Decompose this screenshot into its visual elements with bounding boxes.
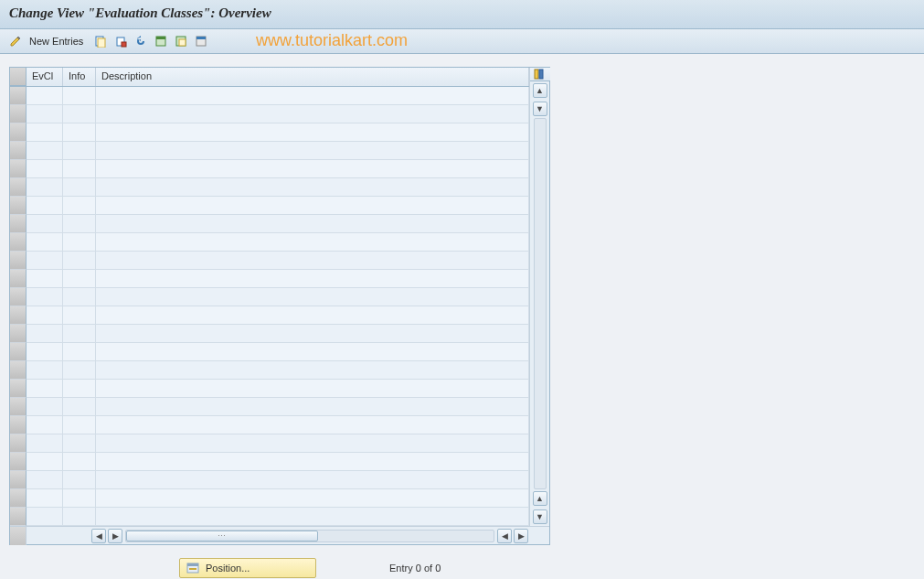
cell-evcl[interactable] [27, 123, 63, 142]
deselect-icon[interactable] [193, 33, 209, 49]
cell-evcl[interactable] [27, 380, 63, 398]
table-row[interactable] [10, 288, 529, 306]
cell-info[interactable] [63, 453, 96, 471]
row-selector[interactable] [10, 233, 27, 252]
cell-description[interactable] [96, 453, 529, 471]
scroll-down-small-button[interactable]: ▼ [533, 102, 547, 116]
cell-description[interactable] [96, 178, 529, 197]
cell-description[interactable] [96, 215, 529, 233]
table-row[interactable] [10, 361, 529, 380]
cell-evcl[interactable] [27, 270, 63, 288]
cell-info[interactable] [63, 142, 96, 160]
cell-evcl[interactable] [27, 361, 63, 380]
cell-info[interactable] [63, 233, 96, 252]
cell-description[interactable] [96, 123, 529, 142]
cell-evcl[interactable] [27, 306, 63, 325]
cell-description[interactable] [96, 489, 529, 508]
cell-info[interactable] [63, 306, 96, 325]
configure-columns-icon[interactable] [530, 68, 550, 81]
row-selector[interactable] [10, 489, 27, 508]
column-header-info[interactable]: Info [63, 68, 96, 86]
scroll-up-small-button[interactable]: ▲ [533, 491, 547, 506]
cell-info[interactable] [63, 508, 96, 526]
table-row[interactable] [10, 233, 529, 252]
table-row[interactable] [10, 416, 529, 434]
cell-info[interactable] [63, 160, 96, 178]
row-selector-header[interactable] [10, 68, 27, 86]
cell-description[interactable] [96, 105, 529, 123]
cell-evcl[interactable] [27, 416, 63, 434]
pencil-icon[interactable] [7, 33, 24, 49]
cell-evcl[interactable] [27, 160, 63, 178]
table-row[interactable] [10, 105, 529, 123]
table-row[interactable] [10, 306, 529, 325]
table-row[interactable] [10, 343, 529, 361]
cell-evcl[interactable] [27, 489, 63, 508]
row-selector[interactable] [10, 434, 27, 453]
cell-description[interactable] [96, 270, 529, 288]
table-row[interactable] [10, 398, 529, 416]
table-row[interactable] [10, 178, 529, 197]
table-row[interactable] [10, 215, 529, 233]
table-row[interactable] [10, 87, 529, 105]
cell-description[interactable] [96, 197, 529, 215]
row-selector[interactable] [10, 416, 27, 434]
table-row[interactable] [10, 325, 529, 343]
cell-info[interactable] [63, 215, 96, 233]
row-selector[interactable] [10, 288, 27, 306]
horizontal-scroll-track[interactable] [125, 530, 494, 542]
row-selector[interactable] [10, 453, 27, 471]
row-selector[interactable] [10, 178, 27, 197]
cell-description[interactable] [96, 306, 529, 325]
cell-info[interactable] [63, 325, 96, 343]
cell-evcl[interactable] [27, 343, 63, 361]
cell-description[interactable] [96, 343, 529, 361]
cell-description[interactable] [96, 233, 529, 252]
cell-description[interactable] [96, 471, 529, 489]
cell-evcl[interactable] [27, 325, 63, 343]
table-row[interactable] [10, 434, 529, 453]
cell-description[interactable] [96, 398, 529, 416]
cell-info[interactable] [63, 471, 96, 489]
undo-icon[interactable] [133, 33, 149, 49]
cell-evcl[interactable] [27, 142, 63, 160]
cell-description[interactable] [96, 416, 529, 434]
cell-description[interactable] [96, 142, 529, 160]
cell-evcl[interactable] [27, 434, 63, 453]
cell-evcl[interactable] [27, 178, 63, 197]
cell-info[interactable] [63, 197, 96, 215]
scroll-left-full-button[interactable]: ◀ [91, 529, 106, 543]
cell-info[interactable] [63, 361, 96, 380]
cell-description[interactable] [96, 361, 529, 380]
column-header-description[interactable]: Description [96, 68, 529, 86]
row-selector[interactable] [10, 123, 27, 142]
row-selector[interactable] [10, 325, 27, 343]
row-selector[interactable] [10, 142, 27, 160]
cell-evcl[interactable] [27, 105, 63, 123]
select-all-icon[interactable] [153, 33, 169, 49]
horizontal-scroll-thumb[interactable] [126, 531, 318, 541]
cell-evcl[interactable] [27, 453, 63, 471]
row-selector[interactable] [10, 361, 27, 380]
cell-info[interactable] [63, 123, 96, 142]
cell-description[interactable] [96, 252, 529, 270]
row-selector[interactable] [10, 252, 27, 270]
cell-description[interactable] [96, 508, 529, 526]
new-entries-button[interactable]: New Entries [27, 36, 89, 47]
select-block-icon[interactable] [173, 33, 189, 49]
row-selector[interactable] [10, 197, 27, 215]
scroll-right-full-button[interactable]: ▶ [514, 529, 528, 543]
table-row[interactable] [10, 123, 529, 142]
table-row[interactable] [10, 197, 529, 215]
cell-info[interactable] [63, 380, 96, 398]
table-row[interactable] [10, 508, 529, 526]
cell-evcl[interactable] [27, 508, 63, 526]
cell-evcl[interactable] [27, 398, 63, 416]
cell-description[interactable] [96, 160, 529, 178]
cell-info[interactable] [63, 343, 96, 361]
table-row[interactable] [10, 142, 529, 160]
cell-info[interactable] [63, 252, 96, 270]
table-row[interactable] [10, 471, 529, 489]
scroll-up-button[interactable]: ▲ [533, 83, 547, 98]
row-selector[interactable] [10, 343, 27, 361]
